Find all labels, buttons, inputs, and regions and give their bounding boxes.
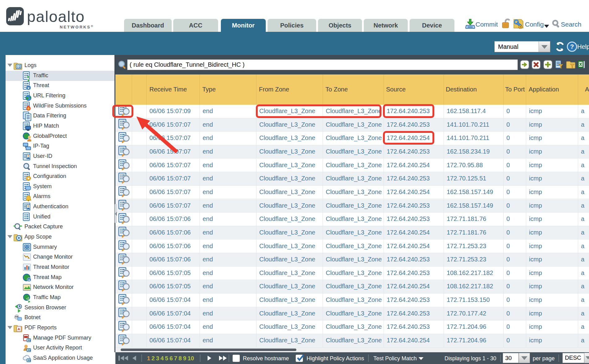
- svg-text:x: x: [28, 86, 30, 90]
- svg-text:?: ?: [570, 43, 574, 50]
- svg-text:x: x: [28, 278, 30, 281]
- svg-text:A: A: [18, 327, 20, 331]
